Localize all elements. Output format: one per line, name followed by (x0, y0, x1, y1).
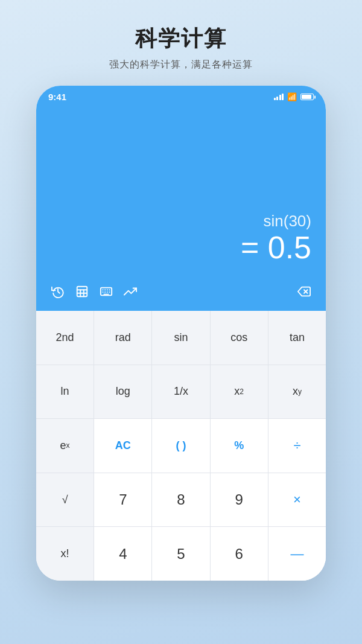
status-time: 9:41 (48, 92, 66, 102)
calculator-mode-button[interactable] (70, 279, 94, 304)
page-title: 科学计算 (109, 24, 253, 54)
key-row-4: √ 7 8 9 × (36, 473, 326, 528)
svg-rect-0 (77, 287, 87, 297)
key-9[interactable]: 9 (211, 473, 268, 527)
keyboard-button[interactable] (94, 279, 118, 304)
display-area: sin(30) = 0.5 (36, 106, 326, 275)
key-divide[interactable]: ÷ (268, 419, 326, 473)
key-percent[interactable]: % (211, 419, 268, 473)
delete-button[interactable] (292, 279, 316, 304)
key-row-3: ex AC ( ) % ÷ (36, 419, 326, 473)
keypad-area: 2nd rad sin cos tan ln log 1/x x2 xy ex … (36, 311, 326, 581)
key-factorial[interactable]: x! (36, 527, 94, 581)
history-button[interactable] (46, 279, 70, 304)
key-ac[interactable]: AC (94, 419, 152, 473)
key-ln[interactable]: ln (36, 365, 94, 419)
key-4[interactable]: 4 (94, 527, 152, 581)
key-2nd[interactable]: 2nd (36, 311, 94, 365)
key-log[interactable]: log (94, 365, 152, 419)
key-row-5: x! 4 5 6 — (36, 527, 326, 581)
key-sin[interactable]: sin (152, 311, 210, 365)
signal-icon (274, 94, 284, 100)
key-rad[interactable]: rad (94, 311, 152, 365)
key-row-2: ln log 1/x x2 xy (36, 365, 326, 419)
toolbar (36, 275, 326, 311)
key-xsquared[interactable]: x2 (211, 365, 268, 419)
key-7[interactable]: 7 (94, 473, 152, 527)
wifi-icon: 📶 (287, 92, 297, 101)
key-6[interactable]: 6 (211, 527, 268, 581)
chart-button[interactable] (118, 279, 142, 304)
battery-icon (300, 94, 314, 100)
key-8[interactable]: 8 (152, 473, 210, 527)
key-row-1: 2nd rad sin cos tan (36, 311, 326, 365)
status-icons: 📶 (274, 92, 314, 101)
phone-frame: 9:41 📶 sin(30) = 0.5 (36, 86, 326, 581)
page-header: 科学计算 强大的科学计算，满足各种运算 (109, 0, 253, 71)
key-tan[interactable]: tan (268, 311, 326, 365)
key-subtract[interactable]: — (268, 527, 326, 581)
key-1overx[interactable]: 1/x (152, 365, 210, 419)
key-epowx[interactable]: ex (36, 419, 94, 473)
status-bar: 9:41 📶 (36, 86, 326, 106)
display-expression: sin(30) (264, 212, 311, 231)
key-sqrt[interactable]: √ (36, 473, 94, 527)
key-cos[interactable]: cos (211, 311, 268, 365)
page-subtitle: 强大的科学计算，满足各种运算 (109, 59, 253, 71)
display-result: = 0.5 (241, 231, 311, 265)
key-xpowy[interactable]: xy (268, 365, 326, 419)
key-5[interactable]: 5 (152, 527, 210, 581)
key-multiply[interactable]: × (268, 473, 326, 527)
key-parens[interactable]: ( ) (152, 419, 210, 473)
